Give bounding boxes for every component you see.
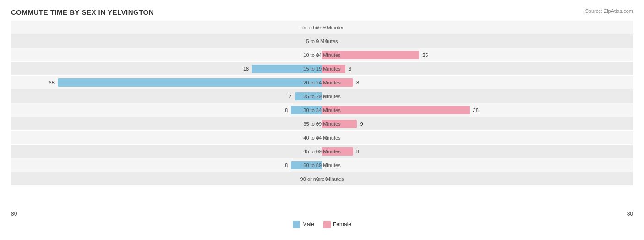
right-section: 0	[322, 131, 633, 144]
right-section: 0	[322, 89, 633, 103]
male-value: 0	[316, 149, 319, 154]
table-row: 0 Less than 5 Minutes 0	[11, 21, 633, 34]
table-row: 0 10 to 14 Minutes 25	[11, 48, 633, 61]
female-bar: 25	[322, 51, 419, 59]
female-value: 0	[325, 94, 328, 99]
legend-male-label: Male	[302, 221, 314, 228]
male-value: 8	[285, 107, 288, 113]
legend-female-box	[323, 221, 331, 228]
right-section: 25	[322, 48, 633, 61]
left-section: 0	[11, 117, 322, 130]
female-value: 9	[360, 121, 363, 127]
right-section: 38	[322, 103, 633, 117]
chart-container: COMMUTE TIME BY SEX IN YELVINGTON Source…	[0, 0, 644, 240]
left-section: 0	[11, 48, 322, 61]
female-value: 8	[356, 80, 359, 85]
left-section: 0	[11, 21, 322, 34]
table-row: 0 90 or more Minutes 0	[11, 172, 633, 185]
female-value: 8	[356, 149, 359, 154]
left-section: 7	[11, 89, 322, 103]
right-section: 8	[322, 76, 633, 89]
table-row: 7 25 to 29 Minutes 0	[11, 89, 633, 103]
male-bar: 8	[291, 161, 322, 169]
legend: Male Female	[11, 221, 633, 228]
male-value: 0	[316, 52, 319, 58]
table-row: 18 15 to 19 Minutes 6	[11, 62, 633, 75]
male-bar: 8	[291, 106, 322, 114]
axis-min-label: 80	[11, 211, 17, 217]
right-section: 0	[322, 158, 633, 172]
left-section: 8	[11, 103, 322, 117]
chart-title: COMMUTE TIME BY SEX IN YELVINGTON	[11, 8, 633, 16]
male-value: 0	[316, 39, 319, 44]
male-value: 68	[49, 80, 55, 85]
axis-max-label: 80	[627, 211, 633, 217]
female-value: 0	[325, 162, 328, 168]
male-value: 7	[289, 94, 291, 99]
legend-female: Female	[323, 221, 351, 228]
male-value: 0	[316, 25, 319, 30]
legend-male: Male	[293, 221, 314, 228]
female-value: 6	[349, 66, 351, 72]
table-row: 0 45 to 59 Minutes 8	[11, 145, 633, 158]
female-bar: 6	[322, 65, 345, 73]
legend-male-box	[293, 221, 300, 228]
right-section: 0	[322, 172, 633, 185]
left-section: 8	[11, 158, 322, 172]
chart-area: 0 Less than 5 Minutes 0 0 5 to 9 Minutes…	[11, 21, 633, 209]
female-value: 0	[325, 135, 328, 140]
right-section: 6	[322, 62, 633, 75]
female-value: 0	[325, 176, 328, 182]
left-section: 0	[11, 34, 322, 48]
male-value: 0	[316, 176, 319, 182]
left-section: 68	[11, 76, 322, 89]
female-value: 38	[473, 107, 479, 113]
female-bar: 8	[322, 78, 353, 87]
left-section: 18	[11, 62, 322, 75]
table-row: 8 60 to 89 Minutes 0	[11, 158, 633, 172]
right-section: 9	[322, 117, 633, 130]
axis-labels: 80 80	[11, 211, 633, 217]
table-row: 68 20 to 24 Minutes 8	[11, 76, 633, 89]
female-value: 0	[325, 25, 328, 30]
table-row: 0 40 to 44 Minutes 0	[11, 131, 633, 144]
male-bar: 18	[252, 65, 322, 73]
female-value: 0	[325, 39, 328, 44]
left-section: 0	[11, 131, 322, 144]
female-bar: 8	[322, 147, 353, 156]
source-label: Source: ZipAtlas.com	[585, 8, 633, 14]
rows-container: 0 Less than 5 Minutes 0 0 5 to 9 Minutes…	[11, 21, 633, 186]
left-section: 0	[11, 145, 322, 158]
male-value: 0	[316, 135, 319, 140]
female-value: 25	[422, 52, 428, 58]
male-bar: 68	[58, 78, 322, 87]
table-row: 8 30 to 34 Minutes 38	[11, 103, 633, 117]
female-bar: 9	[322, 120, 357, 128]
female-bar: 38	[322, 106, 470, 114]
legend-female-label: Female	[333, 221, 351, 228]
male-value: 8	[285, 162, 288, 168]
right-section: 8	[322, 145, 633, 158]
left-section: 0	[11, 172, 322, 185]
right-section: 0	[322, 21, 633, 34]
male-bar: 7	[295, 92, 322, 100]
table-row: 0 35 to 39 Minutes 9	[11, 117, 633, 130]
male-value: 0	[316, 121, 319, 127]
table-row: 0 5 to 9 Minutes 0	[11, 34, 633, 48]
right-section: 0	[322, 34, 633, 48]
male-value: 18	[243, 66, 249, 72]
